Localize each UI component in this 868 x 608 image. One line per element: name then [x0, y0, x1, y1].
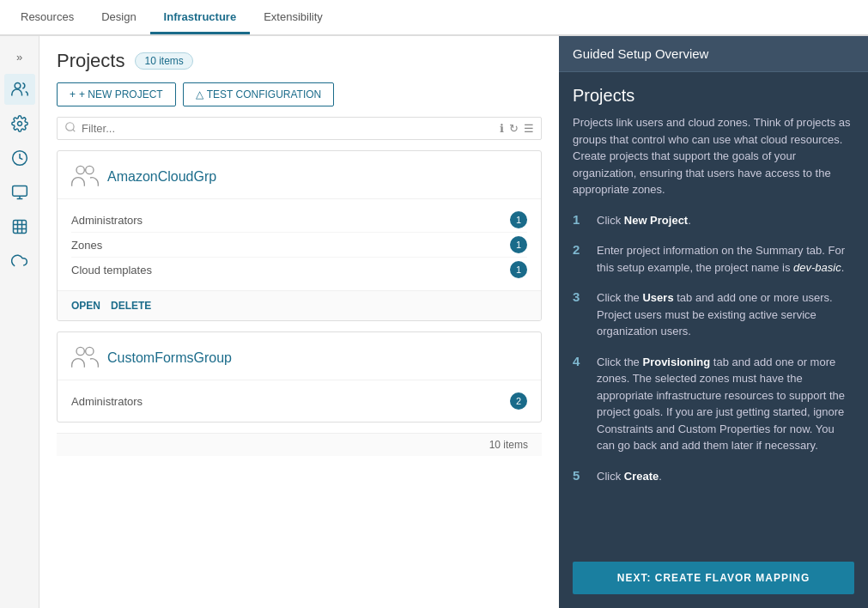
- project-actions-0: OPEN DELETE: [58, 290, 541, 320]
- right-panel-title: Projects: [573, 86, 854, 106]
- sidebar: »: [0, 36, 39, 608]
- step-5: 5 Click Create.: [573, 468, 854, 485]
- content-area: Projects 10 items + + NEW PROJECT △ TEST…: [39, 36, 559, 608]
- svg-point-0: [15, 83, 21, 89]
- new-project-button[interactable]: + + NEW PROJECT: [57, 82, 176, 106]
- step-num-4: 4: [573, 354, 586, 454]
- svg-rect-3: [12, 186, 27, 197]
- step-text-5: Click Create.: [597, 468, 662, 485]
- detail-row-admin-0: Administrators 1: [71, 208, 527, 233]
- detail-label-templates-0: Cloud templates: [71, 264, 152, 277]
- nav-design[interactable]: Design: [88, 2, 149, 34]
- test-config-button[interactable]: △ TEST CONFIGURATION: [183, 82, 335, 106]
- project-name-1[interactable]: CustomFormsGroup: [107, 350, 232, 366]
- detail-count-admin-1: 2: [510, 392, 527, 410]
- step-num-3: 3: [573, 289, 586, 340]
- detail-row-admin-1: Administrators 2: [71, 389, 527, 413]
- action-buttons: + + NEW PROJECT △ TEST CONFIGURATION: [57, 82, 542, 106]
- footer-bar: 10 items: [57, 433, 542, 456]
- step-text-3: Click the Users tab and add one or more …: [597, 289, 854, 340]
- nav-resources[interactable]: Resources: [7, 2, 88, 34]
- svg-rect-6: [13, 221, 26, 234]
- detail-count-zones-0: 1: [510, 236, 527, 253]
- project-icon-0: [71, 163, 99, 190]
- info-icon[interactable]: ℹ: [500, 122, 504, 135]
- step-4: 4 Click the Provisioning tab and add one…: [573, 354, 854, 454]
- right-panel-header: Guided Setup Overview: [559, 36, 868, 72]
- step-text-2: Enter project information on the Summary…: [597, 242, 854, 276]
- sidebar-icon-cloud[interactable]: [4, 246, 35, 277]
- step-text-1: Click New Project.: [597, 212, 691, 229]
- top-nav: Resources Design Infrastructure Extensib…: [0, 0, 868, 36]
- filter-bar: ℹ ↻ ☰: [57, 117, 542, 140]
- step-num-2: 2: [573, 242, 586, 276]
- plus-icon: +: [70, 88, 76, 100]
- step-num-1: 1: [573, 212, 586, 229]
- detail-count-templates-0: 1: [510, 261, 527, 278]
- svg-point-7: [66, 123, 74, 131]
- svg-point-10: [86, 166, 94, 173]
- nav-infrastructure[interactable]: Infrastructure: [150, 2, 251, 34]
- sidebar-icon-settings[interactable]: [4, 108, 35, 139]
- test-icon: △: [196, 88, 203, 100]
- project-card-0: AmazonCloudGrp Administrators 1 Zones 1 …: [57, 150, 542, 321]
- delete-button-0[interactable]: DELETE: [111, 300, 151, 312]
- step-text-4: Click the Provisioning tab and add one o…: [597, 354, 854, 454]
- sidebar-toggle[interactable]: »: [4, 43, 35, 70]
- svg-line-8: [73, 130, 76, 132]
- project-card-1: CustomFormsGroup Administrators 2: [57, 331, 542, 423]
- right-panel-content: Projects Projects link users and cloud z…: [559, 72, 868, 555]
- next-button[interactable]: NEXT: CREATE FLAVOR MAPPING: [573, 562, 854, 594]
- project-details-1: Administrators 2: [58, 380, 541, 422]
- detail-label-zones-0: Zones: [71, 239, 102, 252]
- svg-point-1: [17, 122, 21, 126]
- detail-count-admin-0: 1: [510, 211, 527, 228]
- page-title: Projects: [57, 50, 124, 72]
- project-card-header-0: AmazonCloudGrp: [58, 151, 541, 199]
- svg-point-11: [76, 347, 84, 355]
- right-panel-desc: Projects link users and cloud zones. Thi…: [573, 114, 854, 198]
- right-panel: Guided Setup Overview Projects Projects …: [559, 36, 868, 608]
- filter-icons: ℹ ↻ ☰: [500, 122, 534, 135]
- search-icon: [64, 121, 76, 136]
- step-1: 1 Click New Project.: [573, 212, 854, 229]
- step-2: 2 Enter project information on the Summa…: [573, 242, 854, 276]
- detail-label-admin-0: Administrators: [71, 214, 143, 227]
- sidebar-icon-chart[interactable]: [4, 211, 35, 242]
- project-details-0: Administrators 1 Zones 1 Cloud templates…: [58, 199, 541, 290]
- svg-point-12: [86, 347, 94, 355]
- nav-extensibility[interactable]: Extensibility: [250, 2, 337, 34]
- project-card-header-1: CustomFormsGroup: [58, 332, 541, 380]
- list-view-icon[interactable]: ☰: [524, 122, 534, 135]
- page-title-row: Projects 10 items: [57, 50, 542, 72]
- sidebar-icon-history[interactable]: [4, 143, 35, 173]
- detail-row-templates-0: Cloud templates 1: [71, 258, 527, 282]
- open-button-0[interactable]: OPEN: [71, 300, 100, 312]
- detail-row-zones-0: Zones 1: [71, 233, 527, 258]
- footer-items-count: 10 items: [489, 439, 528, 451]
- step-num-5: 5: [573, 468, 586, 485]
- detail-label-admin-1: Administrators: [71, 395, 143, 408]
- refresh-icon[interactable]: ↻: [509, 122, 519, 135]
- sidebar-icon-catalog[interactable]: [4, 177, 35, 208]
- project-name-0[interactable]: AmazonCloudGrp: [107, 169, 216, 185]
- svg-point-9: [76, 166, 84, 173]
- step-3: 3 Click the Users tab and add one or mor…: [573, 289, 854, 340]
- items-badge: 10 items: [135, 52, 192, 70]
- filter-input[interactable]: [82, 122, 500, 135]
- sidebar-icon-users[interactable]: [4, 74, 35, 105]
- project-icon-1: [71, 344, 99, 371]
